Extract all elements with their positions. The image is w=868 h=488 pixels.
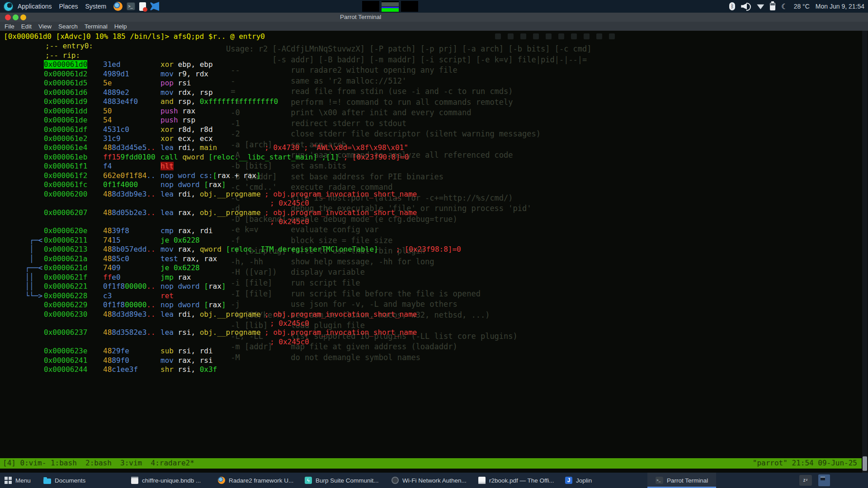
disasm-row: 0x000061d55epop rsi	[0, 79, 868, 88]
instruction: lea rdi, main	[160, 143, 217, 152]
folder-icon	[43, 479, 51, 484]
parrot-logo-icon[interactable]	[4, 2, 13, 11]
comment: ; obj.program_invocation_short_name	[264, 310, 417, 319]
monitor-graph-3	[401, 1, 418, 12]
r2-prompt[interactable]: [0x000061d0 [xAdvc]0 10% 185 /bin/ls]> a…	[4, 32, 265, 41]
system-monitor-applet[interactable]	[362, 1, 418, 12]
instruction: cmp rax, rdi	[160, 226, 213, 235]
instruction: shr rsi, 0x3f	[160, 365, 217, 374]
window-maximize-button[interactable]	[13, 14, 19, 20]
opcode-bytes: 0f1f800000..	[103, 300, 156, 309]
instruction: test rax, rax	[160, 254, 217, 263]
topbar-menu-system[interactable]: System	[85, 3, 107, 10]
topbar-menu-applications[interactable]: Applications	[18, 3, 52, 10]
instruction: lea rdi, obj.__progname	[160, 310, 261, 319]
keyboard-layout-icon[interactable]: zᶻ	[799, 475, 812, 486]
firefox-icon	[218, 477, 225, 484]
topbar-menu-places[interactable]: Places	[59, 3, 78, 10]
opcode-bytes: 4829fe	[103, 347, 129, 355]
comment: ; obj.program_invocation_short_name	[264, 190, 417, 198]
taskbar-item-firefox[interactable]: Radare2 framework U...	[218, 473, 293, 488]
window-title: Parrot Terminal	[340, 14, 381, 20]
comment: ; obj.program_invocation_short_name	[264, 328, 417, 337]
address: 0x000061d5	[44, 79, 87, 87]
disasm-row: 0x000061f1f4hlt	[0, 162, 868, 171]
tmux-status-bar: [4] 0:vim- 1:bash 2:bash 3:vim 4:radare2…	[0, 458, 862, 469]
opcode-bytes: 7415	[103, 236, 121, 244]
instruction: hlt	[160, 162, 174, 170]
disasm-row: 0x000061d031edxor ebp, ebp	[0, 60, 868, 70]
taskbar-item-wifidoc[interactable]: Wi-Fi Network Authen...	[392, 473, 467, 488]
menu-item-edit[interactable]: Edit	[21, 23, 32, 30]
launcher-terminal-icon[interactable]: >_	[127, 2, 135, 10]
desktop: ApplicationsPlacesSystem >_ ᛒ ☾ 28 °C Mo…	[0, 0, 868, 488]
instruction: nop dword [rax]	[160, 300, 226, 309]
pdf-icon	[478, 477, 486, 484]
disasm-row: 0x000061ebff159fdd0100call qword [reloc.…	[0, 153, 868, 162]
taskbar-item-pdf[interactable]: r2book.pdf — The Offi...	[478, 473, 554, 488]
window-close-button[interactable]	[5, 14, 11, 20]
opcode-bytes: 488d05b2e3..	[103, 208, 156, 217]
instruction: nop word cs:[rax + rax]	[160, 171, 261, 180]
opcode-bytes: 31c9	[103, 134, 121, 143]
taskbar-menu-button[interactable]: Menu	[5, 473, 31, 488]
disasm-row: 0x000061d94883e4f0and rsp, 0xfffffffffff…	[0, 97, 868, 107]
terminal-titlebar[interactable]: Parrot Terminal	[0, 13, 868, 22]
instruction: jmp rax	[160, 273, 191, 282]
scrollbar-track[interactable]	[862, 31, 868, 473]
terminal-body[interactable]: Usage: r2 [-ACdfjLMnNqStuvwzX] [-P patch…	[0, 31, 868, 473]
jump-arrow: ││	[21, 273, 34, 282]
binja-icon	[131, 477, 138, 484]
wifi-icon[interactable]	[757, 4, 764, 9]
menu-item-help[interactable]: Help	[114, 23, 127, 30]
opcode-bytes: ffe0	[103, 273, 121, 282]
menu-item-view[interactable]: View	[38, 23, 52, 30]
taskbar-tray: zᶻ	[799, 474, 830, 486]
volume-icon[interactable]	[741, 2, 751, 10]
opcode-bytes: 5e	[103, 79, 112, 87]
joplin-icon: J	[565, 477, 572, 484]
opcode-bytes: 4989d1	[103, 70, 129, 78]
address: 0x000061d6	[44, 88, 87, 97]
address: 0x000061d9	[44, 97, 87, 106]
instruction: ret	[160, 291, 174, 300]
menu-item-search[interactable]: Search	[58, 23, 78, 30]
workspace-terminal-icon[interactable]	[818, 474, 830, 486]
taskbar-item-joplin[interactable]: JJoplin	[565, 473, 592, 488]
wifidoc-icon	[392, 477, 399, 484]
moon-weather-icon[interactable]: ☾	[781, 2, 788, 11]
disasm-label-row: ;-- entry0:	[0, 42, 868, 51]
taskbar-documents-button[interactable]: Documents	[43, 473, 85, 488]
taskbar-item-term[interactable]: >_Parrot Terminal	[647, 473, 716, 488]
menu-item-file[interactable]: File	[5, 23, 14, 30]
disasm-row: 0x000062414889f0mov rax, rsi	[0, 356, 868, 366]
window-minimize-button[interactable]	[20, 14, 26, 20]
disasm-row: ││0x0000621fffe0jmp rax	[0, 273, 868, 282]
bluetooth-icon[interactable]: ᛒ	[729, 2, 735, 10]
address: 0x000061eb	[44, 153, 87, 161]
instruction: nop dword [rax]	[160, 282, 226, 291]
address: 0x000061e2	[44, 134, 87, 143]
taskbar-item-burp[interactable]: ϟBurp Suite Communit...	[305, 473, 379, 488]
disasm-row: 0x00006207488d05b2e3..lea rax, obj.__pro…	[0, 208, 868, 218]
launcher-firefox-icon[interactable]	[113, 2, 123, 11]
clock-label[interactable]: Mon Jun 9, 21:54	[816, 3, 864, 10]
task-label: Burp Suite Communit...	[316, 477, 379, 484]
menu-item-terminal[interactable]: Terminal	[85, 23, 108, 30]
opcode-bytes: 0f1f800000..	[103, 282, 156, 291]
instruction: mov rdx, rsp	[160, 88, 213, 97]
scrollbar-thumb[interactable]	[863, 456, 867, 471]
disasm-row: 0x0000624448c1ee3fshr rsi, 0x3f	[0, 365, 868, 375]
task-label: r2book.pdf — The Offi...	[489, 477, 554, 484]
address: 0x00006229	[44, 300, 87, 309]
taskbar-item-binja[interactable]: chiffre-unique.bndb ...	[131, 473, 201, 488]
disasm-row: 0x000061e231c9xor ecx, ecx	[0, 134, 868, 144]
launcher-vscode-icon[interactable]	[150, 2, 159, 11]
launcher-text-editor-icon[interactable]	[139, 2, 146, 11]
jump-arrow: ││	[21, 282, 34, 291]
opcode-bytes: ff159fdd0100	[103, 153, 156, 161]
opcode-bytes: 4889e2	[103, 88, 129, 97]
address: 0x000061de	[44, 116, 87, 124]
menu-grid-icon	[5, 477, 12, 484]
battery-icon[interactable]	[770, 3, 775, 10]
